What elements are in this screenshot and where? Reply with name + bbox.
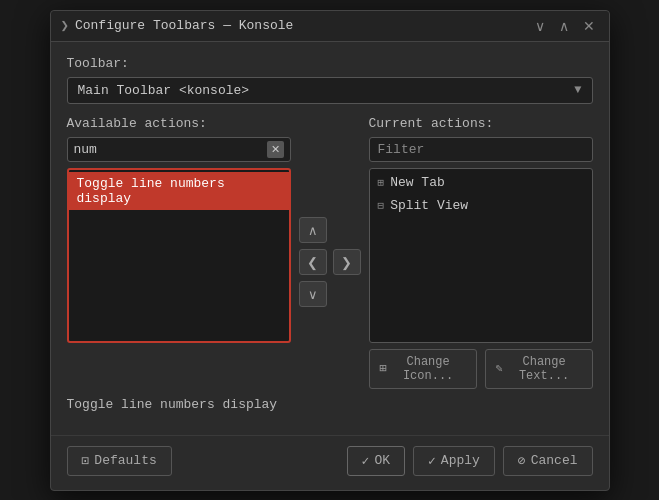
toolbar-dropdown[interactable]: Main Toolbar <konsole> ▼ — [67, 77, 593, 104]
cancel-label: Cancel — [531, 453, 578, 468]
available-actions-col: Available actions: ✕ Toggle line numbers… — [67, 116, 291, 343]
dialog-footer: ⊡ Defaults ✓ OK ✓ Apply ⊘ Cancel — [51, 435, 609, 490]
change-buttons: ⊞ Change Icon... ✎ Change Text... — [369, 349, 593, 389]
minimize-button[interactable]: ∨ — [531, 17, 549, 35]
change-text-button[interactable]: ✎ Change Text... — [485, 349, 593, 389]
dialog-content: Toolbar: Main Toolbar <konsole> ▼ Availa… — [51, 42, 609, 427]
current-actions-label: Current actions: — [369, 116, 593, 131]
cancel-button[interactable]: ⊘ Cancel — [503, 446, 593, 476]
filter-input-display[interactable]: Filter — [369, 137, 593, 162]
title-bar-left: ❯ Configure Toolbars — Konsole — [61, 17, 294, 34]
change-icon-label: Change Icon... — [391, 355, 466, 383]
current-actions-col: Current actions: Filter ⊞ New Tab ⊟ Spli… — [369, 116, 593, 389]
split-view-icon: ⊟ — [378, 199, 385, 212]
search-input[interactable] — [74, 142, 267, 157]
change-text-label: Change Text... — [507, 355, 582, 383]
current-actions-list[interactable]: ⊞ New Tab ⊟ Split View — [369, 168, 593, 343]
list-item[interactable]: Toggle line numbers display — [69, 172, 289, 210]
available-actions-list[interactable]: Toggle line numbers display — [67, 168, 291, 343]
apply-icon: ✓ — [428, 453, 436, 469]
footer-right: ✓ OK ✓ Apply ⊘ Cancel — [347, 446, 593, 476]
maximize-button[interactable]: ∧ — [555, 17, 573, 35]
move-right-button[interactable]: ❯ — [333, 249, 361, 275]
app-icon: ❯ — [61, 17, 69, 34]
clear-search-button[interactable]: ✕ — [267, 141, 284, 158]
ok-button[interactable]: ✓ OK — [347, 446, 405, 476]
footer-left: ⊡ Defaults — [67, 446, 172, 476]
defaults-icon: ⊡ — [82, 453, 90, 469]
grid-icon: ⊞ — [380, 361, 387, 376]
ok-label: OK — [374, 453, 390, 468]
window-controls: ∨ ∧ ✕ — [531, 17, 599, 35]
new-tab-label: New Tab — [390, 175, 445, 190]
new-tab-icon: ⊞ — [378, 176, 385, 189]
pen-icon: ✎ — [496, 361, 503, 376]
actions-section: Available actions: ✕ Toggle line numbers… — [67, 116, 593, 389]
defaults-button[interactable]: ⊡ Defaults — [67, 446, 172, 476]
search-box: ✕ — [67, 137, 291, 162]
move-left-button[interactable]: ❮ — [299, 249, 327, 275]
toolbar-selected: Main Toolbar <konsole> — [78, 83, 250, 98]
transfer-buttons: ∧ ❮ ❯ ∨ — [299, 116, 361, 389]
list-item[interactable]: ⊞ New Tab — [370, 171, 592, 194]
split-view-label: Split View — [390, 198, 468, 213]
change-icon-button[interactable]: ⊞ Change Icon... — [369, 349, 477, 389]
apply-button[interactable]: ✓ Apply — [413, 446, 495, 476]
chevron-down-icon: ▼ — [574, 83, 581, 97]
close-button[interactable]: ✕ — [579, 17, 599, 35]
available-actions-label: Available actions: — [67, 116, 291, 131]
status-text: Toggle line numbers display — [67, 397, 593, 415]
move-down-button[interactable]: ∨ — [299, 281, 327, 307]
ok-icon: ✓ — [362, 453, 370, 469]
defaults-label: Defaults — [94, 453, 156, 468]
toolbar-label: Toolbar: — [67, 56, 593, 71]
configure-toolbars-dialog: ❯ Configure Toolbars — Konsole ∨ ∧ ✕ Too… — [50, 10, 610, 491]
list-item[interactable]: ⊟ Split View — [370, 194, 592, 217]
title-bar: ❯ Configure Toolbars — Konsole ∨ ∧ ✕ — [51, 11, 609, 42]
dialog-title: Configure Toolbars — Konsole — [75, 18, 293, 33]
move-up-button[interactable]: ∧ — [299, 217, 327, 243]
cancel-icon: ⊘ — [518, 453, 526, 469]
apply-label: Apply — [441, 453, 480, 468]
